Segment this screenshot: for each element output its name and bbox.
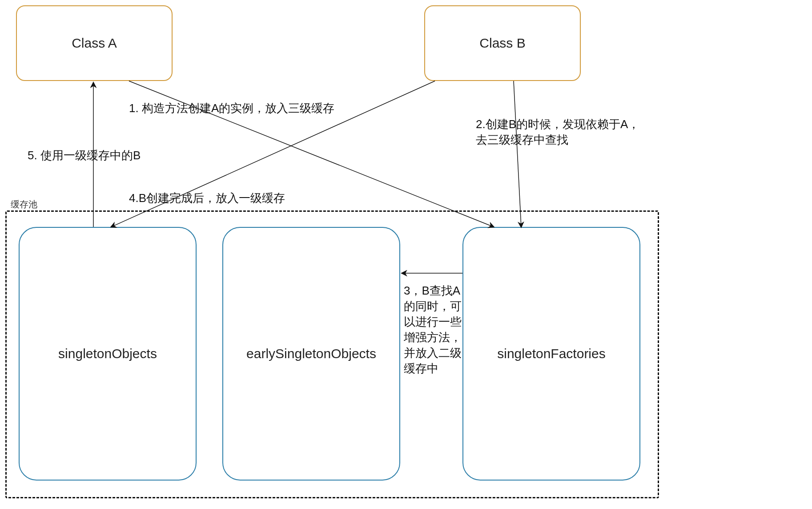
step3-label: 3，B查找A的同时，可以进行一些增强方法，并放入二级缓存中 <box>404 283 462 377</box>
early-singleton-objects-label: earlySingletonObjects <box>246 346 376 361</box>
step2-arrow <box>514 81 521 227</box>
step2-label: 2.创建B的时候，发现依赖于A，去三级缓存中查找 <box>476 117 645 148</box>
class-b-node: Class B <box>424 5 581 81</box>
class-a-label: Class A <box>72 36 117 51</box>
singleton-factories-label: singletonFactories <box>497 346 605 361</box>
class-b-label: Class B <box>479 36 525 51</box>
singleton-objects-node: singletonObjects <box>19 227 197 481</box>
step5-label: 5. 使用一级缓存中的B <box>28 148 174 163</box>
step4-label: 4.B创建完成后，放入一级缓存 <box>129 190 351 206</box>
cache-pool-label: 缓存池 <box>11 198 37 210</box>
early-singleton-objects-node: earlySingletonObjects <box>222 227 400 481</box>
singleton-factories-node: singletonFactories <box>462 227 640 481</box>
singleton-objects-label: singletonObjects <box>58 346 157 361</box>
step1-label: 1. 构造方法创建A的实例，放入三级缓存 <box>129 101 440 116</box>
class-a-node: Class A <box>16 5 173 81</box>
